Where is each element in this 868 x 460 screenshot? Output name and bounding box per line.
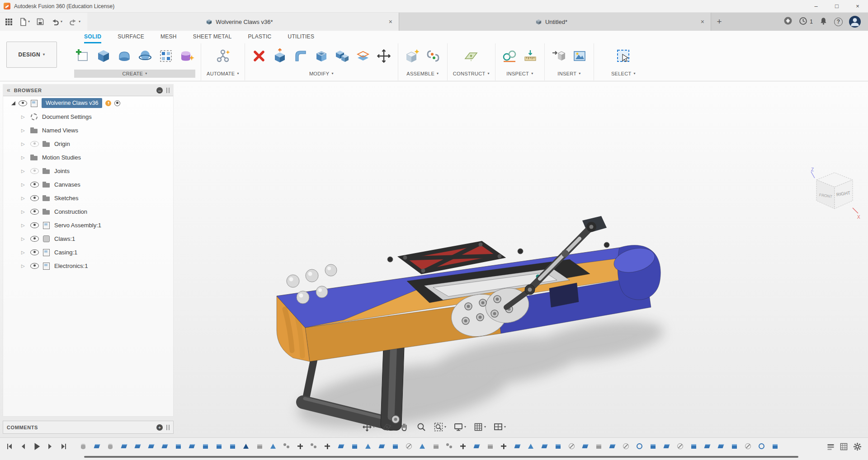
- expand-arrow-icon[interactable]: [21, 114, 27, 119]
- timeline-feature-icon[interactable]: [649, 442, 656, 451]
- browser-tree-item[interactable]: Claws:1: [3, 232, 173, 245]
- modify-menu[interactable]: MODIFY▾: [250, 70, 392, 78]
- timeline-feature-icon[interactable]: [703, 442, 711, 451]
- visibility-eye-icon[interactable]: [30, 209, 39, 215]
- browser-tree-item[interactable]: Casing:1: [3, 245, 173, 259]
- fit-button[interactable]: ▾: [431, 420, 448, 434]
- unsaved-status-icon[interactable]: [105, 100, 111, 106]
- timeline-feature-icon[interactable]: [215, 442, 222, 451]
- browser-tree-item[interactable]: Named Views: [3, 123, 173, 137]
- timeline-feature-icon[interactable]: [568, 442, 575, 451]
- timeline-zoom-icon[interactable]: [840, 443, 848, 452]
- timeline-feature-icon[interactable]: [595, 442, 602, 451]
- profile-avatar[interactable]: [849, 16, 861, 28]
- timeline-feature-icon[interactable]: [364, 442, 372, 451]
- browser-tree-item[interactable]: Sketches: [3, 191, 173, 205]
- undo-button[interactable]: ▾: [48, 16, 65, 28]
- automate-menu[interactable]: AUTOMATE▾: [207, 70, 239, 78]
- timeline-feature-icon[interactable]: [771, 442, 778, 451]
- minimize-button[interactable]: –: [806, 0, 826, 12]
- create-menu[interactable]: CREATE▾: [74, 70, 195, 78]
- timeline-feature-icon[interactable]: [405, 442, 412, 451]
- close-tab-icon[interactable]: ×: [387, 18, 394, 25]
- press-pull-icon[interactable]: [271, 47, 288, 65]
- panel-grip[interactable]: [166, 88, 170, 93]
- document-tab-inactive[interactable]: Untitled* ×: [399, 13, 711, 31]
- delete-icon[interactable]: [250, 47, 268, 65]
- timeline-feature-icon[interactable]: [175, 442, 182, 451]
- job-status-clock-icon[interactable]: [799, 17, 807, 27]
- visibility-eye-icon[interactable]: [30, 168, 39, 174]
- new-component-icon[interactable]: [404, 47, 421, 65]
- browser-tree-item[interactable]: Document Settings: [3, 110, 173, 123]
- tab-utilities[interactable]: UTILITIES: [288, 33, 315, 43]
- collapse-all-icon[interactable]: –: [156, 87, 163, 94]
- timeline-feature-icon[interactable]: [676, 442, 684, 451]
- timeline-feature-icon[interactable]: [120, 442, 127, 451]
- browser-tree-item[interactable]: Joints: [3, 164, 173, 178]
- timeline-feature-icon[interactable]: [432, 442, 439, 451]
- browser-tree-item[interactable]: Origin: [3, 137, 173, 150]
- select-menu[interactable]: SELECT▾: [611, 70, 636, 78]
- joint-icon[interactable]: [425, 47, 442, 65]
- timeline-feature-icon[interactable]: [80, 442, 87, 451]
- automate-icon[interactable]: [214, 47, 231, 65]
- expand-arrow-icon[interactable]: [21, 155, 27, 160]
- timeline-feature-icon[interactable]: [93, 442, 100, 451]
- expand-arrow-icon[interactable]: [21, 263, 27, 268]
- create-sketch-icon[interactable]: [74, 47, 91, 65]
- section-analysis-icon[interactable]: [522, 47, 539, 65]
- timeline-feature-icon[interactable]: [337, 442, 344, 451]
- inspect-menu[interactable]: INSPECT▾: [501, 70, 539, 78]
- model-3d-wolverine-claws[interactable]: [253, 212, 683, 437]
- timeline-feature-icon[interactable]: [202, 442, 209, 451]
- expand-arrow-icon[interactable]: [21, 223, 27, 228]
- timeline-feature-icon[interactable]: [717, 442, 724, 451]
- tab-mesh[interactable]: MESH: [160, 33, 177, 43]
- visibility-eye-icon[interactable]: [30, 222, 39, 228]
- pan-button[interactable]: [397, 420, 411, 434]
- browser-tree-item[interactable]: Construction: [3, 205, 173, 218]
- timeline-feature-icon[interactable]: [310, 442, 317, 451]
- timeline-feature-icon[interactable]: [256, 442, 263, 451]
- insert-menu[interactable]: INSERT▾: [550, 70, 588, 78]
- comments-panel[interactable]: COMMENTS +: [3, 421, 174, 434]
- visibility-eye-icon[interactable]: [19, 100, 27, 106]
- grid-snaps-button[interactable]: ▾: [471, 420, 488, 434]
- combine-icon[interactable]: [334, 47, 351, 65]
- browser-tree-item[interactable]: Canvases: [3, 178, 173, 191]
- construction-plane-icon[interactable]: [462, 47, 480, 65]
- shell-icon[interactable]: [313, 47, 330, 65]
- timeline-settings-gear-icon[interactable]: [853, 442, 862, 453]
- browser-tree-item[interactable]: Motion Studies: [3, 150, 173, 164]
- timeline-feature-icon[interactable]: [609, 442, 616, 451]
- zoom-button[interactable]: [414, 420, 429, 434]
- display-settings-button[interactable]: ▾: [451, 420, 468, 434]
- timeline-group-icon[interactable]: [827, 443, 835, 452]
- step-back-button[interactable]: [19, 443, 27, 450]
- expand-arrow-icon[interactable]: [11, 101, 15, 105]
- skip-to-end-button[interactable]: [60, 443, 67, 450]
- timeline-feature-icon[interactable]: [161, 442, 168, 451]
- timeline-feature-icon[interactable]: [351, 442, 358, 451]
- timeline-feature-icon[interactable]: [581, 442, 589, 451]
- step-forward-button[interactable]: [47, 443, 54, 450]
- timeline-feature-icon[interactable]: [297, 442, 304, 451]
- timeline-feature-icon[interactable]: [622, 442, 629, 451]
- revolve-icon[interactable]: [116, 47, 133, 65]
- canvas-icon[interactable]: [571, 47, 588, 65]
- extrude-icon[interactable]: [95, 47, 112, 65]
- assemble-menu[interactable]: ASSEMBLE▾: [404, 70, 442, 78]
- tab-plastic[interactable]: PLASTIC: [248, 33, 271, 43]
- app-menu-button[interactable]: [3, 16, 15, 28]
- timeline-feature-icon[interactable]: [731, 442, 738, 451]
- select-icon[interactable]: [615, 47, 632, 65]
- panel-grip[interactable]: [166, 425, 170, 430]
- move-copy-icon[interactable]: [375, 47, 392, 65]
- timeline-feature-icon[interactable]: [541, 442, 548, 451]
- timeline-feature-icon[interactable]: [690, 442, 697, 451]
- collapse-panel-icon[interactable]: «: [7, 87, 10, 93]
- split-body-icon[interactable]: [354, 47, 372, 65]
- timeline-feature-icon[interactable]: [636, 442, 643, 451]
- timeline-feature-icon[interactable]: [514, 442, 521, 451]
